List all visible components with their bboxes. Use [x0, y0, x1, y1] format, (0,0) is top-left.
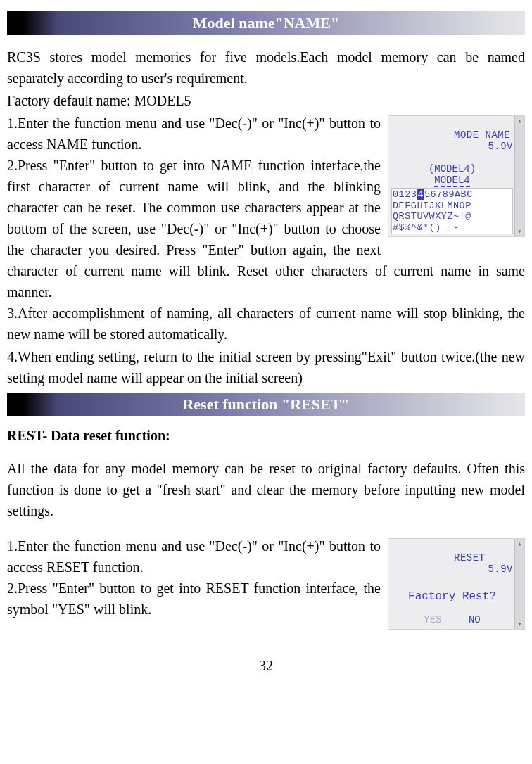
lcd-screenshot-reset: RESET 5.9V Factory Rest? YES NO ▴ ▾: [388, 538, 525, 630]
lcd-voltage: 5.9V: [488, 564, 513, 575]
lcd-yes-option: YES: [424, 614, 441, 625]
intro-paragraph-2: Factory default name: MODEL5: [7, 90, 525, 111]
rest-sub-heading: REST- Data reset function:: [7, 428, 525, 444]
scroll-down-icon: ▾: [515, 619, 524, 629]
lcd-scrollbar: ▴ ▾: [514, 116, 524, 236]
intro-paragraph-1: RC3S stores model memories for five mode…: [7, 46, 525, 89]
name-step-1: 1.Enter the function menu and use "Dec(-…: [7, 115, 381, 152]
reset-step-2: 2.Press "Enter" button to get into RESET…: [7, 580, 381, 617]
lcd-model-name: MODEL4: [391, 174, 513, 186]
lcd-no-option: NO: [469, 614, 481, 625]
lcd-char-grid: 0123456789ABC DEFGHIJKLMNOP QRSTUVWXYZ~!…: [391, 188, 513, 234]
lcd-title-text: RESET: [454, 552, 486, 564]
name-step-3: 3.After accomplishment of naming, all ch…: [7, 303, 525, 345]
lcd-title-text: MODE NAME: [454, 129, 510, 141]
lcd-voltage: 5.9V: [488, 141, 513, 152]
scroll-down-icon: ▾: [515, 227, 524, 236]
lcd-model-paren: (MODEL4): [391, 163, 513, 174]
name-function-block: MODE NAME 5.9V (MODEL4) MODEL4 012345678…: [7, 113, 525, 303]
lcd-title-row: RESET 5.9V: [391, 541, 513, 586]
rest-intro: All the data for any model memory can be…: [7, 458, 525, 521]
lcd-scrollbar: ▴ ▾: [514, 539, 524, 629]
lcd-title-row: MODE NAME 5.9V: [391, 118, 513, 163]
section-header-name: Model name"NAME": [7, 11, 525, 35]
reset-function-block: RESET 5.9V Factory Rest? YES NO ▴ ▾ 1.En…: [7, 535, 525, 632]
lcd-screenshot-name: MODE NAME 5.9V (MODEL4) MODEL4 012345678…: [388, 115, 525, 237]
reset-step-1: 1.Enter the function menu and use "Dec(-…: [7, 538, 381, 575]
section-header-reset: Reset function "RESET": [7, 393, 525, 416]
name-step-4: 4.When ending setting, return to the ini…: [7, 346, 525, 388]
scroll-up-icon: ▴: [515, 116, 524, 126]
page-number: 32: [7, 658, 525, 674]
lcd-factory-msg: Factory Rest?: [391, 590, 513, 603]
lcd-yes-no: YES NO: [391, 614, 513, 625]
scroll-up-icon: ▴: [515, 539, 524, 549]
